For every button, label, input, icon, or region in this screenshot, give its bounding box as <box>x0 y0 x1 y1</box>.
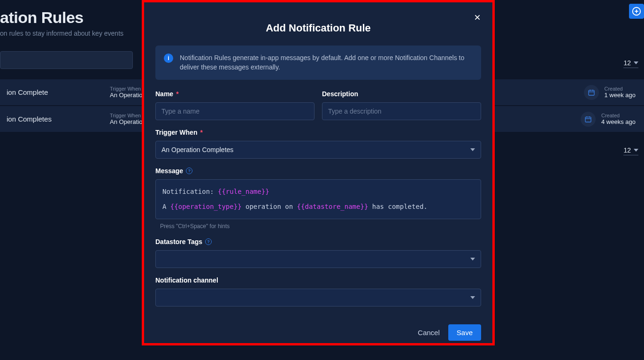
notification-channel-select[interactable] <box>155 289 481 306</box>
plus-circle-icon <box>631 6 642 16</box>
trigger-value: An Operation <box>110 118 146 125</box>
trigger-when-value: An Operation Completes <box>161 146 233 153</box>
name-label-text: Name <box>155 90 173 98</box>
add-notification-rule-modal: Add Notification Rule i Notification Rul… <box>144 2 492 343</box>
datastore-tags-label: Datastore Tags ? <box>155 238 481 245</box>
page-size-select[interactable]: 12 <box>623 59 638 68</box>
created-label: Created <box>601 113 636 118</box>
rule-created: Created 1 week ago <box>584 85 636 100</box>
notification-channel-label: Notification channel <box>155 276 481 284</box>
trigger-when-select[interactable]: An Operation Completes <box>155 141 481 159</box>
chevron-down-icon <box>634 149 638 152</box>
datastore-tags-label-text: Datastore Tags <box>155 238 202 245</box>
message-line-1: Notification: {{rule_name}} <box>162 185 474 198</box>
chevron-down-icon <box>470 148 475 151</box>
description-input[interactable] <box>322 102 481 120</box>
created-label: Created <box>605 86 636 92</box>
trigger-value: An Operation <box>110 92 146 99</box>
template-var: {{operation_type}} <box>170 203 242 210</box>
info-text: Notification Rules generate in-app messa… <box>180 53 473 72</box>
modal-title: Add Notification Rule <box>155 22 481 34</box>
message-hint: Press "Ctrl+Space" for hints <box>160 223 481 230</box>
message-text: Notification: <box>162 188 218 195</box>
trigger-when-label-text: Trigger When <box>155 129 197 136</box>
notification-channel-label-text: Notification channel <box>155 276 218 284</box>
message-text: A <box>162 203 170 210</box>
required-indicator: * <box>176 90 178 98</box>
help-icon[interactable]: ? <box>186 168 192 174</box>
message-text: has completed. <box>368 203 427 210</box>
chevron-down-icon <box>470 296 475 299</box>
calendar-icon <box>581 112 596 127</box>
calendar-icon <box>584 85 599 100</box>
required-indicator: * <box>200 129 202 136</box>
close-icon <box>474 14 481 21</box>
page-size-value: 12 <box>623 59 631 67</box>
datastore-tags-select[interactable] <box>155 250 481 268</box>
template-var: {{datastore_name}} <box>297 203 368 210</box>
svg-rect-3 <box>589 90 594 95</box>
trigger-label: Trigger When <box>110 86 146 92</box>
rule-trigger: Trigger When An Operation <box>110 86 146 99</box>
search-input[interactable] <box>0 51 133 69</box>
chevron-down-icon <box>634 61 638 64</box>
modal-highlight-frame: Add Notification Rule i Notification Rul… <box>142 0 495 345</box>
rule-name: ion Completes <box>7 115 110 123</box>
created-value: 4 weeks ago <box>601 118 636 125</box>
svg-rect-7 <box>585 117 591 122</box>
rule-trigger: Trigger When An Operation <box>110 113 146 125</box>
rule-name: ion Complete <box>7 88 110 96</box>
modal-footer: Cancel Save <box>155 315 481 341</box>
cancel-button[interactable]: Cancel <box>418 329 440 337</box>
save-button[interactable]: Save <box>448 324 481 341</box>
name-label: Name * <box>155 90 314 98</box>
info-banner: i Notification Rules generate in-app mes… <box>155 46 481 80</box>
message-text: operation on <box>242 203 297 210</box>
description-label-text: Description <box>322 90 358 98</box>
page-size-select[interactable]: 12 <box>623 146 638 155</box>
page-size-value: 12 <box>623 146 631 154</box>
info-icon: i <box>164 54 173 63</box>
description-label: Description <box>322 90 481 98</box>
name-input[interactable] <box>155 102 314 120</box>
message-line-2: A {{operation_type}} operation on {{data… <box>162 200 474 213</box>
add-rule-button[interactable] <box>629 4 644 19</box>
chevron-down-icon <box>470 258 475 260</box>
message-label: Message ? <box>155 167 481 175</box>
message-input[interactable]: Notification: {{rule_name}} A {{operatio… <box>155 179 481 219</box>
help-icon[interactable]: ? <box>205 238 212 245</box>
close-button[interactable] <box>472 12 483 23</box>
created-value: 1 week ago <box>605 92 636 99</box>
template-var: {{rule_name}} <box>218 188 269 195</box>
message-label-text: Message <box>155 167 183 175</box>
trigger-label: Trigger When <box>110 113 146 118</box>
trigger-when-label: Trigger When * <box>155 129 481 136</box>
rule-created: Created 4 weeks ago <box>581 112 636 127</box>
